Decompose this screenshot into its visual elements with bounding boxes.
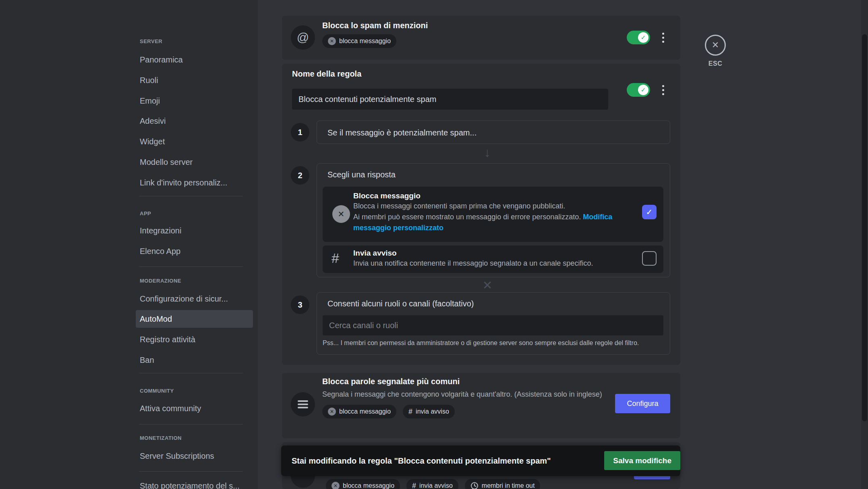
step-3-title: Consenti alcuni ruoli o canali (facoltat… [327, 299, 474, 308]
option-desc-line1: Blocca i messaggi contenenti spam prima … [353, 202, 565, 210]
tag-invia-avviso: # invia avviso [403, 405, 455, 418]
sidebar-item-panoramica[interactable]: Panoramica [136, 51, 253, 69]
tag-label: invia avviso [416, 408, 449, 415]
configura-button[interactable]: Configura [615, 394, 670, 413]
sidebar-item-elenco-app[interactable]: Elenco App [136, 242, 253, 260]
rule-card-text: Blocca lo spam di menzioni ✕ blocca mess… [322, 21, 428, 48]
step-1-trigger-text: Se il messaggio è potenzialmente spam... [327, 121, 476, 144]
option-desc-line2: Ai membri può essere mostrato un messagg… [353, 213, 581, 221]
step-2-response-box: Scegli una risposta ✕ Blocca messaggio B… [317, 163, 670, 277]
unsaved-changes-banner: Stai modificando la regola "Blocca conte… [281, 445, 680, 476]
rule-tag-blocca-messaggio: ✕ blocca messaggio [322, 34, 396, 48]
sidebar-item-automod[interactable]: AutoMod [136, 310, 253, 328]
flow-x-icon: ✕ [475, 278, 499, 292]
tag-label: membri in time out [482, 482, 535, 489]
step-2-number: 2 [291, 166, 309, 185]
invia-avviso-checkbox[interactable] [642, 251, 657, 266]
nav-divider [139, 373, 243, 373]
hash-channel-icon: # [408, 408, 412, 416]
close-settings-button[interactable]: ✕ ESC [702, 35, 729, 67]
sidebar-item-adesivi[interactable]: Adesivi [136, 112, 253, 130]
tag-blocca-messaggio: ✕ blocca messaggio [322, 405, 396, 418]
rule-title: Blocca lo spam di menzioni [322, 21, 428, 30]
flow-down-arrow-icon: ↓ [475, 145, 499, 160]
hash-channel-icon: # [331, 250, 339, 266]
nav-header-community: COMMUNITY [136, 386, 253, 395]
blocca-messaggio-checkbox[interactable]: ✓ [642, 205, 657, 219]
sidebar-item-emoji[interactable]: Emoji [136, 92, 253, 110]
nav-header-server: SERVER [136, 37, 253, 46]
option-title: Blocca messaggio [353, 191, 635, 201]
tag-label: invia avviso [419, 482, 453, 489]
block-x-icon: ✕ [328, 408, 336, 416]
word-filter-desc: Segnala i messaggi che contengono volgar… [322, 389, 608, 400]
rule-card-parole-segnalate: Blocca parole segnalate più comuni Segna… [282, 373, 680, 438]
toggle-check-icon: ✓ [638, 32, 648, 43]
nav-divider [139, 424, 243, 424]
scrollbar-thumb[interactable] [862, 34, 867, 421]
nav-divider [139, 266, 243, 267]
block-x-icon: ✕ [331, 482, 340, 489]
rule-name-input[interactable] [292, 89, 608, 110]
at-mention-icon: @ [291, 25, 315, 50]
salva-modifiche-button[interactable]: Salva modifiche [604, 451, 680, 470]
tag-membri-in-time-out: membri in time out [465, 479, 541, 489]
rule-name-label: Nome della regola [292, 69, 361, 79]
tag-label: blocca messaggio [339, 37, 391, 45]
hamburger-list-icon [291, 392, 315, 416]
settings-sidebar: SERVER Panoramica Ruoli Emoji Adesivi Wi… [0, 0, 258, 489]
nav-header-app: APP [136, 209, 253, 218]
option-desc: Invia una notifica contenente il messagg… [353, 258, 635, 269]
sidebar-item-link-invito[interactable]: Link d'invito personaliz... [136, 174, 253, 191]
step-1-trigger-box: Se il messaggio è potenzialmente spam... [317, 121, 670, 144]
esc-label: ESC [702, 60, 729, 67]
tag-label: blocca messaggio [343, 482, 394, 489]
rule-overflow-menu-button[interactable] [659, 31, 667, 44]
nav-divider [139, 196, 243, 196]
automod-settings-screen: SERVER Panoramica Ruoli Emoji Adesivi Wi… [0, 0, 868, 489]
close-icon[interactable]: ✕ [705, 35, 726, 56]
sidebar-item-ban[interactable]: Ban [136, 351, 253, 369]
block-x-icon: ✕ [332, 205, 350, 223]
block-x-icon: ✕ [328, 37, 336, 45]
sidebar-item-modello-server[interactable]: Modello server [136, 153, 253, 171]
sidebar-item-widget[interactable]: Widget [136, 133, 253, 150]
tag-blocca-messaggio: ✕ blocca messaggio [326, 479, 400, 489]
option-desc: Blocca i messaggi contenenti spam prima … [353, 201, 635, 233]
word-filter-title: Blocca parole segnalate più comuni [322, 377, 608, 386]
step-1-number: 1 [291, 123, 309, 141]
toggle-check-icon: ✓ [638, 85, 648, 95]
clock-icon [470, 482, 479, 489]
rule-editor-card: Nome della regola ✓ 1 Se il messaggio è … [282, 64, 680, 365]
nav-header-monetization: MONETIZATION [136, 433, 253, 442]
hash-channel-icon: # [412, 482, 416, 489]
step-2-title: Scegli una risposta [327, 170, 396, 179]
tag-label: blocca messaggio [339, 408, 391, 415]
step-3-hint: Pss... I membri con permessi da amminist… [323, 339, 639, 347]
option-title: Invia avviso [353, 248, 635, 258]
rule-enabled-toggle[interactable]: ✓ [627, 31, 650, 44]
option-blocca-messaggio[interactable]: ✕ Blocca messaggio Blocca i messaggi con… [323, 187, 663, 242]
sidebar-item-integrazioni[interactable]: Integrazioni [136, 222, 253, 239]
banner-message: Stai modificando la regola "Blocca conte… [292, 456, 551, 466]
nav-divider [139, 471, 243, 472]
option-invia-avviso[interactable]: # Invia avviso Invia una notifica conten… [323, 246, 663, 273]
search-channels-roles-input[interactable] [323, 315, 663, 335]
sidebar-item-registro-attivita[interactable]: Registro attività [136, 331, 253, 348]
editor-overflow-menu-button[interactable] [659, 83, 667, 97]
editor-enabled-toggle[interactable]: ✓ [627, 83, 650, 97]
scrollbar-track[interactable] [861, 0, 868, 489]
rule-card-spam-menzioni: @ Blocca lo spam di menzioni ✕ blocca me… [282, 16, 680, 60]
nav-header-moderazione: MODERAZIONE [136, 276, 253, 285]
sidebar-item-server-subscriptions[interactable]: Server Subscriptions [136, 447, 253, 465]
sidebar-item-configurazione-sicurezza[interactable]: Configurazione di sicur... [136, 290, 253, 308]
step-3-number: 3 [291, 295, 309, 314]
tag-invia-avviso: # invia avviso [406, 479, 458, 489]
sidebar-item-stato-potenziamento[interactable]: Stato potenziamento del s... [136, 477, 253, 489]
sidebar-item-ruoli[interactable]: Ruoli [136, 71, 253, 89]
sidebar-item-attiva-community[interactable]: Attiva community [136, 400, 253, 417]
step-3-exceptions-box: Consenti alcuni ruoli o canali (facoltat… [317, 292, 670, 355]
settings-nav: SERVER Panoramica Ruoli Emoji Adesivi Wi… [136, 0, 253, 489]
